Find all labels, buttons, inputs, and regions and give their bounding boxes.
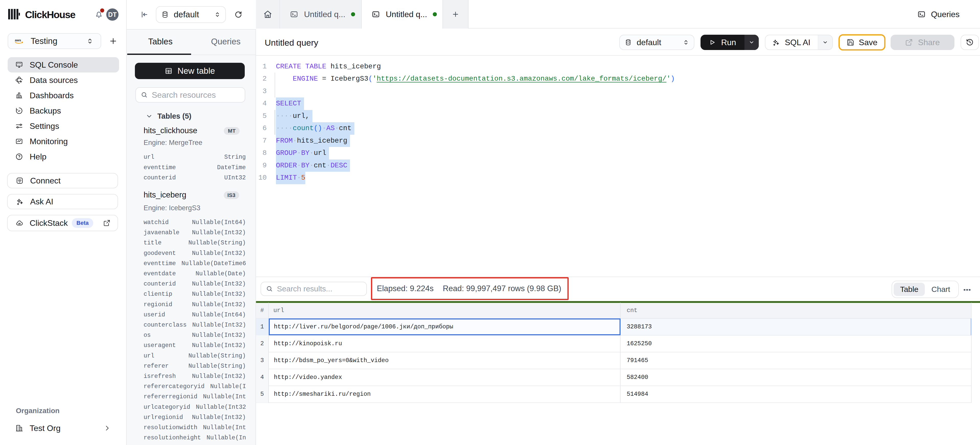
svg-text:aws: aws <box>15 38 21 42</box>
